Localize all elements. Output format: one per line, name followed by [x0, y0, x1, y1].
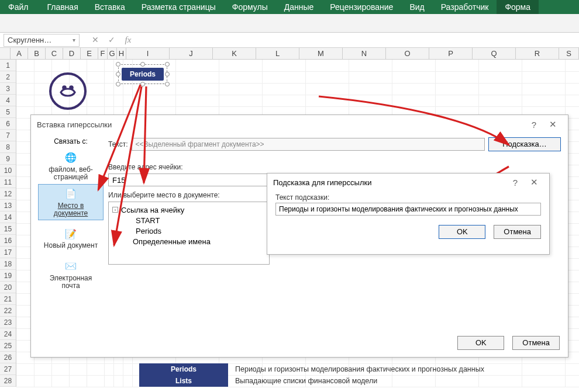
row-header[interactable]: 6 [0, 118, 16, 130]
cell-lists-desc[interactable]: Выпадающие списки финансовой модели [232, 375, 377, 387]
row-header[interactable]: 26 [0, 352, 16, 363]
ok-button[interactable]: OK [439, 225, 485, 239]
row-header[interactable]: 17 [0, 247, 16, 258]
row-header[interactable]: 14 [0, 211, 16, 223]
row-header[interactable]: 23 [0, 317, 16, 328]
select-all-corner[interactable] [0, 48, 11, 59]
fx-icon[interactable]: fx [123, 35, 133, 45]
row-header[interactable]: 21 [0, 293, 16, 305]
resize-handle[interactable] [165, 62, 170, 67]
document-places-tree[interactable]: -Ссылка на ячейку START Periods -Определ… [108, 202, 270, 265]
ribbon-tab-view[interactable]: Вид [401, 0, 432, 14]
resize-handle[interactable] [116, 72, 120, 77]
dialog-titlebar[interactable]: Вставка гиперссылки ? ✕ [31, 115, 568, 134]
display-text-input[interactable] [132, 138, 485, 151]
confirm-entry-icon[interactable]: ✓ [106, 35, 117, 45]
resize-handle[interactable] [165, 82, 170, 86]
column-header[interactable]: M [299, 48, 343, 59]
row-header[interactable]: 18 [0, 258, 16, 270]
row-header[interactable]: 8 [0, 141, 16, 153]
row-header[interactable]: 16 [0, 235, 16, 247]
column-header[interactable]: E [81, 48, 98, 59]
column-header[interactable]: S [559, 48, 579, 59]
row-header[interactable]: 13 [0, 200, 16, 211]
resize-handle[interactable] [140, 62, 145, 67]
row-header[interactable]: 4 [0, 95, 16, 106]
link-to-web[interactable]: 🌐 файлом, веб- страницей [38, 148, 104, 184]
row-header[interactable]: 15 [0, 223, 16, 235]
link-to-email[interactable]: ✉️ Электронная почта [38, 256, 104, 293]
resize-handle[interactable] [140, 82, 145, 86]
tree-collapse-icon[interactable]: - [112, 207, 118, 213]
cell-lists-header[interactable]: Lists [139, 375, 228, 387]
ribbon-tab-home[interactable]: Главная [39, 0, 86, 14]
ribbon-tab-formulas[interactable]: Формулы [224, 0, 276, 14]
row-header[interactable]: 5 [0, 106, 16, 118]
cell-periods-header[interactable]: Periods [139, 363, 228, 375]
ok-button[interactable]: OK [457, 336, 504, 350]
row-header[interactable]: 9 [0, 153, 16, 165]
resize-handle[interactable] [165, 72, 170, 77]
tree-item-start[interactable]: START [112, 215, 266, 226]
row-header[interactable]: 3 [0, 83, 16, 95]
cell-address-input[interactable] [108, 174, 270, 186]
cell-periods-desc[interactable]: Периоды и горизонты моделирования фактич… [232, 363, 484, 375]
cancel-entry-icon[interactable]: ✕ [90, 35, 101, 45]
column-header[interactable]: F [98, 48, 108, 59]
resize-handle[interactable] [116, 62, 120, 67]
screentip-text-input[interactable] [275, 203, 541, 216]
screentip-button[interactable]: Подсказка… [488, 137, 561, 151]
row-header[interactable]: 25 [0, 340, 16, 352]
row-header[interactable]: 22 [0, 305, 16, 317]
ribbon-tab-file[interactable]: Файл [0, 0, 36, 14]
row-header[interactable]: 12 [0, 188, 16, 200]
chevron-down-icon[interactable]: ▾ [73, 37, 75, 43]
column-header[interactable]: K [213, 48, 256, 59]
cancel-button[interactable]: Отмена [512, 336, 560, 350]
column-header[interactable]: A [11, 48, 28, 59]
column-header[interactable]: H [117, 48, 126, 59]
close-icon[interactable]: ✕ [525, 177, 543, 188]
row-header[interactable]: 10 [0, 165, 16, 176]
column-header[interactable]: G [108, 48, 117, 59]
close-icon[interactable]: ✕ [543, 119, 562, 130]
column-header[interactable]: R [516, 48, 559, 59]
row-header[interactable]: 28 [0, 375, 16, 387]
row-header[interactable]: 20 [0, 282, 16, 293]
row-header[interactable]: 2 [0, 71, 16, 83]
row-header[interactable]: 1 [0, 60, 16, 71]
ribbon-tab-data[interactable]: Данные [276, 0, 322, 14]
ribbon-tab-pagelayout[interactable]: Разметка страницы [133, 0, 224, 14]
ribbon-tab-review[interactable]: Рецензирование [322, 0, 401, 14]
shape-periods[interactable]: Periods [122, 68, 164, 81]
column-header[interactable]: J [170, 48, 213, 59]
cancel-button[interactable]: Отмена [494, 225, 541, 239]
column-header[interactable]: D [63, 48, 81, 59]
column-header[interactable]: P [429, 48, 473, 59]
column-header[interactable]: I [126, 48, 170, 59]
row-header[interactable]: 19 [0, 270, 16, 282]
ribbon-tab-insert[interactable]: Вставка [87, 0, 133, 14]
link-to-place[interactable]: 📄 Место в документе [38, 184, 104, 220]
column-header[interactable]: C [46, 48, 63, 59]
column-header[interactable]: B [28, 48, 46, 59]
tree-item-periods[interactable]: Periods [112, 226, 266, 236]
column-header[interactable]: O [386, 48, 429, 59]
row-header[interactable]: 24 [0, 328, 16, 340]
tree-item[interactable]: Ссылка на ячейку [121, 206, 184, 214]
name-box[interactable]: Скругленн… ▾ [4, 34, 80, 47]
row-header[interactable]: 11 [0, 176, 16, 188]
ribbon-tab-developer[interactable]: Разработчик [433, 0, 497, 14]
column-header[interactable]: Q [473, 48, 516, 59]
row-header[interactable]: 7 [0, 130, 16, 141]
ribbon-tab-format[interactable]: Форма [497, 0, 539, 14]
column-header[interactable]: L [256, 48, 299, 59]
column-header[interactable]: N [343, 48, 386, 59]
help-icon[interactable]: ? [506, 178, 525, 188]
link-to-newdoc[interactable]: 📝 Новый документ [38, 220, 104, 256]
help-icon[interactable]: ? [525, 120, 543, 130]
resize-handle[interactable] [116, 82, 120, 86]
dialog-titlebar[interactable]: Подсказка для гиперссылки ? ✕ [267, 174, 549, 191]
row-header[interactable]: 27 [0, 363, 16, 375]
tree-item-names[interactable]: Определенные имена [133, 237, 211, 246]
